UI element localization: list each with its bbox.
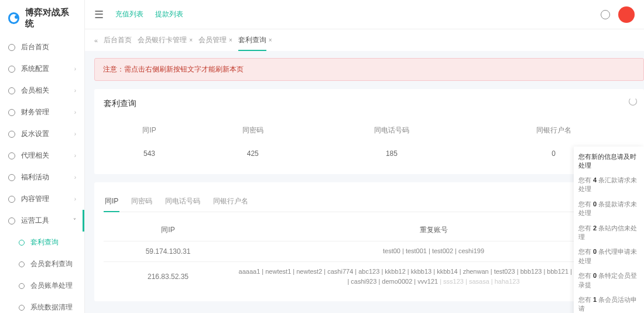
sidebar-item[interactable]: 反水设置› <box>0 123 84 145</box>
menu-label: 套利查询 <box>30 237 59 247</box>
summary-header: 同电话号码 <box>311 118 473 142</box>
chevron-icon: › <box>74 87 76 94</box>
breadcrumb-item[interactable]: 后台首页 <box>104 35 132 45</box>
menu-icon <box>8 109 15 116</box>
breadcrumb-item[interactable]: 会员银行卡管理 <box>138 35 187 45</box>
summary-header: 同密码 <box>195 118 311 142</box>
chevron-icon: › <box>74 152 76 159</box>
cell-ip: 216.83.52.35 <box>104 261 232 292</box>
summary-card: 套利查询 同IP同密码同电话号码同银行户名 5434251850 <box>94 89 644 174</box>
sidebar-subitem[interactable]: 系统数据清理 <box>0 297 84 313</box>
notification-title: 您有新的信息请及时处理 <box>578 152 639 170</box>
menu-label: 运营工具 <box>21 216 49 226</box>
tab[interactable]: 同密码 <box>130 192 153 212</box>
sidebar-subitem[interactable]: 会员账单处理 <box>0 275 84 297</box>
chevron-icon: › <box>74 66 76 72</box>
main: ☰ 充值列表 提款列表 « 后台首页 会员银行卡管理 × 会员管理 × 套利查询… <box>85 0 644 313</box>
menu-icon <box>8 196 15 203</box>
sidebar-item[interactable]: 运营工具˅ <box>0 210 84 232</box>
menu-icon <box>8 44 15 51</box>
sidebar-item[interactable]: 后台首页 <box>0 36 84 58</box>
notification-item[interactable]: 您有 0 条代理申请未处理 <box>578 247 639 266</box>
table-row: 59.174.130.31test00 | test001 | test002 … <box>104 241 635 262</box>
logo: 博弈对战系统 <box>0 0 84 36</box>
menu-label: 会员相关 <box>21 86 49 96</box>
sidebar-item[interactable]: 财务管理› <box>0 101 84 123</box>
notification-item[interactable]: 您有 4 条汇款请求未处理 <box>578 176 639 194</box>
notification-item[interactable]: 您有 0 条提款请求未处理 <box>578 200 639 218</box>
menu-icon <box>8 87 15 94</box>
menu-icon <box>19 261 25 267</box>
close-icon[interactable]: × <box>189 37 193 43</box>
avatar[interactable] <box>618 6 635 23</box>
sidebar-item[interactable]: 系统配置› <box>0 58 84 80</box>
menu-label: 福利活动 <box>21 172 49 182</box>
topbar: ☰ 充值列表 提款列表 <box>85 0 644 29</box>
menu-icon <box>19 240 25 246</box>
app-name: 博弈对战系统 <box>25 7 76 29</box>
chevron-icon: › <box>74 109 76 115</box>
summary-header: 同IP <box>104 118 195 142</box>
notification-item[interactable]: 您有 1 条会员活动申请 <box>578 295 639 313</box>
menu-icon <box>19 283 25 289</box>
col-ip: 同IP <box>104 219 232 241</box>
summary-value: 185 <box>311 142 473 165</box>
menu-label: 代理相关 <box>21 151 49 161</box>
data-table: 同IP 重复账号 59.174.130.31test00 | test001 |… <box>104 219 635 292</box>
menu-icon <box>8 152 15 159</box>
chevron-icon: › <box>74 196 76 202</box>
chevron-icon: › <box>74 131 76 137</box>
sidebar-item[interactable]: 代理相关› <box>0 145 84 166</box>
chevron-icon: ˅ <box>73 217 76 224</box>
alert-banner: 注意：需点击右侧刷新按钮文字才能刷新本页 <box>94 58 644 81</box>
top-link-recharge[interactable]: 充值列表 <box>115 9 143 19</box>
close-icon[interactable]: × <box>229 37 232 43</box>
menu-icon <box>8 174 15 181</box>
table-row: 216.83.52.35aaaaa1 | newtest1 | newtest2… <box>104 261 635 292</box>
sidebar-item[interactable]: 会员相关› <box>0 80 84 101</box>
tab[interactable]: 同银行户名 <box>212 192 249 212</box>
menu-label: 会员账单处理 <box>30 281 73 291</box>
sidebar-subitem[interactable]: 会员套利查询 <box>0 253 84 275</box>
language-icon[interactable] <box>601 10 610 19</box>
menu-label: 内容管理 <box>21 194 49 204</box>
content: 注意：需点击右侧刷新按钮文字才能刷新本页 套利查询 同IP同密码同电话号码同银行… <box>85 51 644 313</box>
menu-icon <box>19 305 25 311</box>
sidebar-item[interactable]: 内容管理› <box>0 188 84 210</box>
menu-label: 后台首页 <box>21 42 49 52</box>
tabs: 同IP同密码同电话号码同银行户名 <box>104 192 635 212</box>
logo-icon <box>8 12 19 24</box>
notification-item[interactable]: 您有 2 条站内信未处理 <box>578 224 639 242</box>
tab[interactable]: 同IP <box>104 192 119 212</box>
top-link-withdraw[interactable]: 提款列表 <box>155 9 183 19</box>
chevron-icon: › <box>74 174 76 181</box>
menu-icon <box>8 131 15 138</box>
cell-ip: 59.174.130.31 <box>104 241 232 262</box>
menu-label: 财务管理 <box>21 107 49 117</box>
summary-value: 425 <box>195 142 311 165</box>
card-title: 套利查询 <box>104 98 635 109</box>
summary-table: 同IP同密码同电话号码同银行户名 5434251850 <box>104 118 635 165</box>
menu-label: 反水设置 <box>21 129 49 139</box>
sidebar-subitem[interactable]: 套利查询 <box>0 232 84 253</box>
detail-card: 同IP同密码同电话号码同银行户名 同IP 重复账号 59.174.130.31t… <box>94 182 644 301</box>
tab[interactable]: 同电话号码 <box>164 192 201 212</box>
breadcrumb-item[interactable]: 会员管理 <box>198 35 227 45</box>
menu-label: 会员套利查询 <box>30 259 73 269</box>
breadcrumb: « 后台首页 会员银行卡管理 × 会员管理 × 套利查询 × <box>85 29 644 51</box>
summary-header: 同银行户名 <box>472 118 635 142</box>
breadcrumb-item-active[interactable]: 套利查询 <box>238 35 266 51</box>
breadcrumb-back-icon[interactable]: « <box>94 37 98 44</box>
sidebar: 博弈对战系统 后台首页系统配置›会员相关›财务管理›反水设置›代理相关›福利活动… <box>0 0 85 313</box>
sidebar-item[interactable]: 福利活动› <box>0 166 84 188</box>
notification-panel: 您有新的信息请及时处理 您有 4 条汇款请求未处理您有 0 条提款请求未处理您有… <box>574 147 644 313</box>
menu-toggle-icon[interactable]: ☰ <box>94 8 104 21</box>
menu-label: 系统数据清理 <box>30 302 73 312</box>
refresh-icon[interactable] <box>629 97 637 106</box>
menu-icon <box>8 217 15 224</box>
summary-value: 543 <box>104 142 195 165</box>
menu-label: 系统配置 <box>21 64 49 74</box>
menu-icon <box>8 66 15 73</box>
close-icon[interactable]: × <box>269 37 272 43</box>
notification-item[interactable]: 您有 0 条特定会员登录提 <box>578 271 639 290</box>
